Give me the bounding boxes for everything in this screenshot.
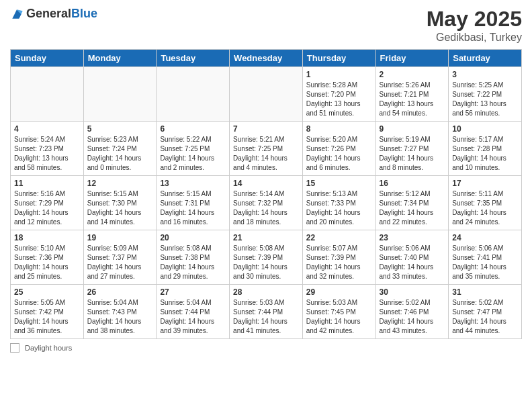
calendar-cell: 14Sunrise: 5:14 AM Sunset: 7:32 PM Dayli… [230, 176, 303, 230]
weekday-header-monday: Monday [83, 50, 157, 67]
daylight-label: Daylight hours [25, 344, 72, 352]
day-info: Sunrise: 5:02 AM Sunset: 7:46 PM Dayligh… [380, 298, 445, 336]
day-info: Sunrise: 5:22 AM Sunset: 7:25 PM Dayligh… [160, 135, 226, 173]
day-info: Sunrise: 5:06 AM Sunset: 7:40 PM Dayligh… [380, 244, 445, 281]
calendar-cell: 22Sunrise: 5:07 AM Sunset: 7:39 PM Dayli… [302, 230, 375, 285]
week-row-2: 4Sunrise: 5:24 AM Sunset: 7:23 PM Daylig… [11, 122, 522, 176]
day-info: Sunrise: 5:19 AM Sunset: 7:27 PM Dayligh… [380, 135, 445, 173]
calendar-table: SundayMondayTuesdayWednesdayThursdayFrid… [10, 49, 522, 339]
week-row-3: 11Sunrise: 5:16 AM Sunset: 7:29 PM Dayli… [11, 176, 522, 230]
logo-general-text: General [26, 7, 71, 20]
day-number: 25 [14, 287, 80, 297]
day-number: 29 [306, 287, 372, 297]
day-info: Sunrise: 5:03 AM Sunset: 7:45 PM Dayligh… [306, 298, 372, 336]
day-info: Sunrise: 5:08 AM Sunset: 7:39 PM Dayligh… [233, 244, 299, 281]
day-number: 1 [306, 70, 372, 79]
day-info: Sunrise: 5:15 AM Sunset: 7:30 PM Dayligh… [87, 189, 153, 227]
weekday-header-tuesday: Tuesday [157, 50, 230, 67]
day-info: Sunrise: 5:07 AM Sunset: 7:39 PM Dayligh… [306, 244, 372, 281]
day-info: Sunrise: 5:04 AM Sunset: 7:43 PM Dayligh… [87, 298, 153, 336]
day-number: 14 [233, 179, 299, 188]
calendar-cell [11, 67, 84, 122]
day-number: 23 [380, 233, 445, 242]
day-number: 31 [452, 287, 518, 297]
day-number: 8 [306, 124, 372, 134]
calendar-cell: 29Sunrise: 5:03 AM Sunset: 7:45 PM Dayli… [302, 285, 375, 339]
day-number: 11 [14, 179, 80, 188]
day-number: 2 [380, 70, 445, 79]
calendar-cell: 25Sunrise: 5:05 AM Sunset: 7:42 PM Dayli… [11, 285, 84, 339]
weekday-header-thursday: Thursday [302, 50, 375, 67]
weekday-header-friday: Friday [375, 50, 449, 67]
day-info: Sunrise: 5:08 AM Sunset: 7:38 PM Dayligh… [160, 244, 226, 281]
day-number: 10 [452, 124, 518, 134]
calendar-cell: 10Sunrise: 5:17 AM Sunset: 7:28 PM Dayli… [449, 122, 522, 176]
logo-icon [10, 7, 24, 21]
day-info: Sunrise: 5:11 AM Sunset: 7:35 PM Dayligh… [452, 189, 518, 227]
day-info: Sunrise: 5:06 AM Sunset: 7:41 PM Dayligh… [452, 244, 518, 281]
day-info: Sunrise: 5:15 AM Sunset: 7:31 PM Dayligh… [160, 189, 226, 227]
day-info: Sunrise: 5:25 AM Sunset: 7:22 PM Dayligh… [452, 81, 518, 118]
calendar-cell: 11Sunrise: 5:16 AM Sunset: 7:29 PM Dayli… [11, 176, 84, 230]
day-info: Sunrise: 5:16 AM Sunset: 7:29 PM Dayligh… [14, 189, 80, 227]
day-number: 16 [380, 179, 445, 188]
day-number: 19 [87, 233, 153, 242]
calendar-cell: 1Sunrise: 5:28 AM Sunset: 7:20 PM Daylig… [302, 67, 375, 122]
day-info: Sunrise: 5:10 AM Sunset: 7:36 PM Dayligh… [14, 244, 80, 281]
calendar-cell [230, 67, 303, 122]
day-number: 12 [87, 179, 153, 188]
calendar-cell [157, 67, 230, 122]
calendar-cell: 4Sunrise: 5:24 AM Sunset: 7:23 PM Daylig… [11, 122, 84, 176]
day-info: Sunrise: 5:04 AM Sunset: 7:44 PM Dayligh… [160, 298, 226, 336]
day-number: 26 [87, 287, 153, 297]
calendar-cell: 13Sunrise: 5:15 AM Sunset: 7:31 PM Dayli… [157, 176, 230, 230]
day-info: Sunrise: 5:26 AM Sunset: 7:21 PM Dayligh… [380, 81, 445, 118]
calendar-cell: 7Sunrise: 5:21 AM Sunset: 7:25 PM Daylig… [230, 122, 303, 176]
day-info: Sunrise: 5:14 AM Sunset: 7:32 PM Dayligh… [233, 189, 299, 227]
day-number: 9 [380, 124, 445, 134]
calendar-cell [83, 67, 157, 122]
logo-blue-text: Blue [71, 7, 97, 20]
calendar-cell: 27Sunrise: 5:04 AM Sunset: 7:44 PM Dayli… [157, 285, 230, 339]
calendar-cell: 24Sunrise: 5:06 AM Sunset: 7:41 PM Dayli… [449, 230, 522, 285]
calendar-cell: 5Sunrise: 5:23 AM Sunset: 7:24 PM Daylig… [83, 122, 157, 176]
day-info: Sunrise: 5:02 AM Sunset: 7:47 PM Dayligh… [452, 298, 518, 336]
logo: GeneralBlue [10, 7, 97, 21]
week-row-1: 1Sunrise: 5:28 AM Sunset: 7:20 PM Daylig… [11, 67, 522, 122]
calendar-cell: 6Sunrise: 5:22 AM Sunset: 7:25 PM Daylig… [157, 122, 230, 176]
day-info: Sunrise: 5:13 AM Sunset: 7:33 PM Dayligh… [306, 189, 372, 227]
calendar-cell: 19Sunrise: 5:09 AM Sunset: 7:37 PM Dayli… [83, 230, 157, 285]
day-info: Sunrise: 5:28 AM Sunset: 7:20 PM Dayligh… [306, 81, 372, 118]
day-info: Sunrise: 5:17 AM Sunset: 7:28 PM Dayligh… [452, 135, 518, 173]
calendar-cell: 30Sunrise: 5:02 AM Sunset: 7:46 PM Dayli… [375, 285, 449, 339]
calendar-cell: 12Sunrise: 5:15 AM Sunset: 7:30 PM Dayli… [83, 176, 157, 230]
calendar-cell: 28Sunrise: 5:03 AM Sunset: 7:44 PM Dayli… [230, 285, 303, 339]
calendar-cell: 16Sunrise: 5:12 AM Sunset: 7:34 PM Dayli… [375, 176, 449, 230]
day-number: 22 [306, 233, 372, 242]
weekday-header-sunday: Sunday [11, 50, 84, 67]
day-number: 4 [14, 124, 80, 134]
day-number: 15 [306, 179, 372, 188]
day-number: 5 [87, 124, 153, 134]
title-block: May 2025 Gedikbasi, Turkey [427, 7, 522, 44]
note-row: Daylight hours [10, 343, 522, 353]
day-number: 17 [452, 179, 518, 188]
calendar-cell: 17Sunrise: 5:11 AM Sunset: 7:35 PM Dayli… [449, 176, 522, 230]
calendar-cell: 3Sunrise: 5:25 AM Sunset: 7:22 PM Daylig… [449, 67, 522, 122]
day-info: Sunrise: 5:20 AM Sunset: 7:26 PM Dayligh… [306, 135, 372, 173]
day-number: 21 [233, 233, 299, 242]
week-row-4: 18Sunrise: 5:10 AM Sunset: 7:36 PM Dayli… [11, 230, 522, 285]
day-number: 20 [160, 233, 226, 242]
day-info: Sunrise: 5:12 AM Sunset: 7:34 PM Dayligh… [380, 189, 445, 227]
day-number: 18 [14, 233, 80, 242]
weekday-header-saturday: Saturday [449, 50, 522, 67]
day-number: 7 [233, 124, 299, 134]
day-number: 3 [452, 70, 518, 79]
calendar-cell: 2Sunrise: 5:26 AM Sunset: 7:21 PM Daylig… [375, 67, 449, 122]
day-number: 30 [380, 287, 445, 297]
calendar-cell: 18Sunrise: 5:10 AM Sunset: 7:36 PM Dayli… [11, 230, 84, 285]
page-header: GeneralBlue May 2025 Gedikbasi, Turkey [10, 7, 522, 44]
day-number: 27 [160, 287, 226, 297]
calendar-cell: 15Sunrise: 5:13 AM Sunset: 7:33 PM Dayli… [302, 176, 375, 230]
calendar-cell: 8Sunrise: 5:20 AM Sunset: 7:26 PM Daylig… [302, 122, 375, 176]
